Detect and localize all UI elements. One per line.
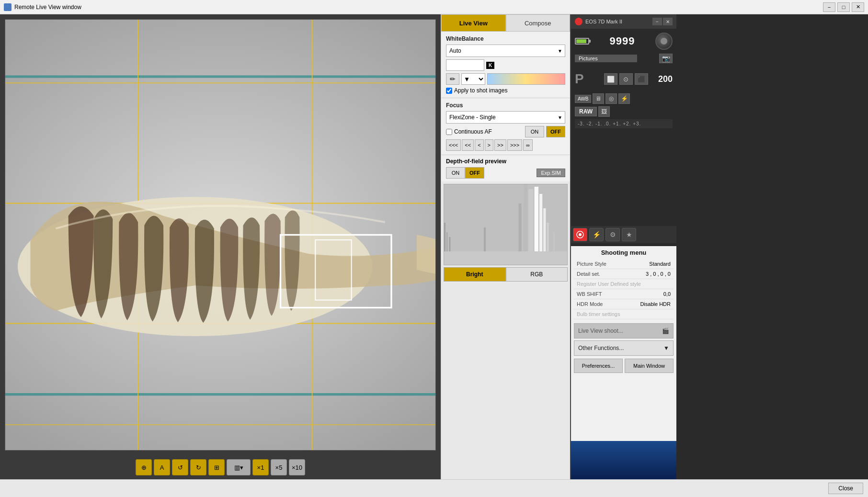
wb-eyedropper-button[interactable]: ✏ xyxy=(446,73,459,85)
wb-label: WhiteBalance xyxy=(446,35,565,42)
af-right2-button[interactable]: >> xyxy=(494,139,506,151)
menu-row-wb-shift[interactable]: WB SHIFT 0,0 xyxy=(574,289,674,299)
title-bar-controls: − □ ✕ xyxy=(823,2,864,12)
raw-format-button[interactable]: RAW xyxy=(575,107,597,116)
picture-style-label: Picture Style xyxy=(577,261,606,267)
minimize-button[interactable]: − xyxy=(823,2,835,12)
focus-point-button[interactable]: ⊕ xyxy=(136,459,152,475)
continuous-af-off-button[interactable]: OFF xyxy=(546,126,565,137)
rotate-left-button[interactable]: ↺ xyxy=(172,459,188,475)
hist-bright-tab[interactable]: Bright xyxy=(444,267,506,282)
dial-icon xyxy=(655,33,673,50)
svg-rect-16 xyxy=(446,232,447,251)
apply-checkbox-row: Apply to shot images xyxy=(446,87,565,94)
cam-tab-shooting[interactable] xyxy=(573,228,587,241)
metering-icon[interactable]: ◎ xyxy=(605,93,617,104)
sd-card-icon: 📷 xyxy=(659,54,673,63)
camera-minimize-button[interactable]: − xyxy=(652,18,662,25)
wb-small-dropdown[interactable]: ▼ xyxy=(461,73,485,85)
grid-button[interactable]: ⊞ xyxy=(208,459,225,475)
monitor-icon[interactable]: 🖥 xyxy=(593,93,604,104)
svg-rect-23 xyxy=(539,194,542,251)
live-view-shoot-button[interactable]: Live View shoot... 🎬 xyxy=(574,323,674,339)
af-left-button[interactable]: < xyxy=(475,139,483,151)
menu-row-hdr-mode[interactable]: HDR Mode Disable HDR xyxy=(574,299,674,309)
af-far-left-button[interactable]: <<< xyxy=(446,139,461,151)
main-window-button[interactable]: Main Window xyxy=(625,359,674,373)
wb-setting-icon[interactable]: ⬜ xyxy=(604,73,617,85)
maximize-button[interactable]: □ xyxy=(837,2,850,12)
meter-mode-icon[interactable]: ⊙ xyxy=(619,73,633,85)
pref-main-row: Preferences... Main Window xyxy=(574,359,674,373)
menu-row-picture-style[interactable]: Picture Style Standard xyxy=(574,259,674,269)
cam-tab-settings[interactable]: ⚙ xyxy=(605,228,620,241)
image-quality-icon[interactable]: 🖼 xyxy=(598,106,610,117)
app-title: Remote Live View window xyxy=(14,4,81,11)
focus-label: Focus xyxy=(446,102,565,109)
other-functions-arrow: ▼ xyxy=(663,345,669,351)
continuous-af-on-button[interactable]: ON xyxy=(525,126,544,137)
wb-dropdown[interactable]: Auto Daylight Cloudy Tungsten xyxy=(446,45,565,57)
camera-brand-icon xyxy=(575,18,582,25)
apply-checkbox[interactable] xyxy=(446,88,452,94)
cam-tab-star[interactable]: ★ xyxy=(622,228,636,241)
awb-button[interactable]: AWB xyxy=(575,95,591,103)
af-left2-button[interactable]: << xyxy=(462,139,474,151)
zoom-1x-button[interactable]: ×1 xyxy=(252,459,269,475)
histogram-area: Bright RGB xyxy=(441,181,570,479)
af-far-right-button[interactable]: >>> xyxy=(507,139,522,151)
drive-mode-icon[interactable]: ⬛ xyxy=(635,73,648,85)
svg-rect-3 xyxy=(5,393,435,395)
white-balance-section: WhiteBalance Auto Daylight Cloudy Tungst… xyxy=(441,32,570,98)
svg-rect-19 xyxy=(518,203,521,251)
camera-title-text: EOS 7D Mark II xyxy=(585,19,622,24)
flash-icon[interactable]: ⚡ xyxy=(618,93,630,104)
wb-color-picker[interactable] xyxy=(487,73,565,85)
histogram-container xyxy=(444,184,568,265)
camera-panel: EOS 7D Mark II − ✕ 9999 xyxy=(570,14,676,479)
exp-sim-button[interactable]: Exp.SIM xyxy=(537,169,565,177)
svg-rect-22 xyxy=(535,187,538,251)
dof-on-button[interactable]: ON xyxy=(446,167,465,179)
dial-inner xyxy=(661,38,667,45)
svg-rect-24 xyxy=(543,208,546,251)
rotate-right-button[interactable]: ↻ xyxy=(190,459,206,475)
close-main-button[interactable]: Close xyxy=(828,483,863,494)
camera-close-button[interactable]: ✕ xyxy=(663,18,673,25)
hist-rgb-tab[interactable]: RGB xyxy=(506,267,568,282)
tab-compose[interactable]: Compose xyxy=(506,14,571,32)
histogram-chart xyxy=(444,184,567,251)
battery-icon xyxy=(575,38,589,45)
bottom-toolbar: ⊕ A ↺ ↻ ⊞ ▥▾ ×1 ×5 ×10 xyxy=(0,455,441,479)
apply-label: Apply to shot images xyxy=(454,87,507,94)
close-title-button[interactable]: ✕ xyxy=(852,2,864,12)
auto-adjust-button[interactable]: A xyxy=(154,459,170,475)
other-functions-button[interactable]: Other Functions... ▼ xyxy=(574,340,674,356)
shooting-menu-title: Shooting menu xyxy=(574,249,674,256)
canvas-area xyxy=(5,19,436,451)
menu-row-detail-set[interactable]: Detail set. 3 , 0 , 0 , 0 xyxy=(574,269,674,279)
af-infinity-button[interactable]: ∞ xyxy=(523,139,533,151)
live-view-shoot-label: Live View shoot... xyxy=(578,328,623,334)
dof-off-button[interactable]: OFF xyxy=(465,167,484,179)
k-value-input[interactable] xyxy=(446,59,484,71)
aspect-button[interactable]: ▥▾ xyxy=(227,459,251,475)
settings-panel: Live View Compose WhiteBalance Auto Dayl… xyxy=(441,14,570,479)
zoom-10x-button[interactable]: ×10 xyxy=(289,459,305,475)
svg-rect-20 xyxy=(524,184,527,251)
pictures-row: Pictures 📷 xyxy=(575,54,673,63)
camera-top-row: 9999 xyxy=(575,33,673,50)
tab-live-view[interactable]: Live View xyxy=(441,14,506,32)
preferences-button[interactable]: Preferences... xyxy=(574,359,623,373)
continuous-af-checkbox[interactable] xyxy=(446,129,452,135)
menu-row-register-style[interactable]: Register User Defined style xyxy=(574,279,674,289)
af-right-button[interactable]: > xyxy=(485,139,493,151)
k-badge: K xyxy=(486,62,494,69)
zoom-5x-button[interactable]: ×5 xyxy=(271,459,287,475)
cam-func-tabs: ⚡ ⚙ ★ xyxy=(571,226,676,243)
dof-on-off-group: ON OFF xyxy=(446,167,484,179)
iso-value: 200 xyxy=(658,74,673,84)
menu-row-bulb-timer[interactable]: Bulb timer settings xyxy=(574,309,674,319)
focus-mode-dropdown[interactable]: FlexiZone - Single FlexiZone - Multi xyxy=(446,111,565,124)
cam-tab-flash[interactable]: ⚡ xyxy=(589,228,604,241)
